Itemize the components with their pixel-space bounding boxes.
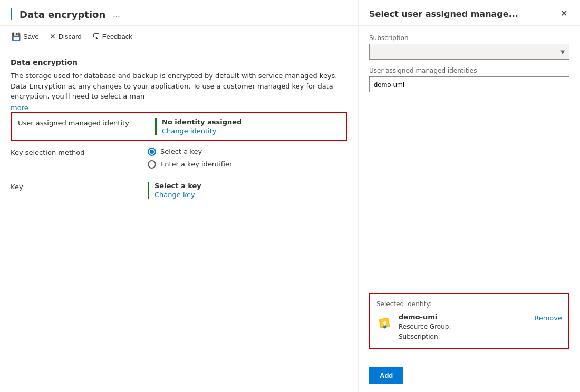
identity-search-input[interactable]: [374, 81, 565, 89]
change-key-link[interactable]: Change key: [154, 191, 347, 199]
radio-group: Select a key Enter a key identifier: [148, 148, 347, 169]
subscription-meta-label: Subscription:: [399, 333, 440, 340]
spacer: [369, 100, 569, 286]
change-identity-link[interactable]: Change identity: [162, 127, 340, 135]
selected-identity-title: Selected identity:: [376, 300, 562, 308]
remove-identity-link[interactable]: Remove: [534, 314, 562, 322]
subscription-field: Subscription ▼: [369, 34, 569, 60]
panel-content: Subscription ▼ User assigned managed ide…: [359, 26, 580, 358]
section-title: Data encryption: [11, 58, 347, 66]
radio-circle-unselected: [148, 160, 156, 169]
key-selection-label: Key selection method: [11, 148, 148, 156]
selected-identity-box: Selected identity: de: [369, 293, 569, 349]
identity-icon: [376, 314, 393, 331]
identity-field-label: User assigned managed identity: [18, 118, 155, 127]
left-panel: Data encryption ... 💾 Save ✕ Discard 🗨 F…: [0, 0, 359, 392]
discard-button[interactable]: ✕ Discard: [49, 30, 83, 43]
identity-row: User assigned managed identity No identi…: [11, 112, 347, 141]
title-accent-bar: [11, 8, 12, 20]
identity-card: demo-umi Resource Group: Subscription: R…: [376, 313, 562, 342]
key-field-value: Select a key Change key: [148, 182, 347, 199]
feedback-button[interactable]: 🗨 Feedback: [91, 30, 133, 43]
page-title: Data encryption: [20, 9, 105, 20]
section-description: The storage used for database and backup…: [11, 71, 347, 102]
no-identity-text: No identity assigned: [162, 118, 241, 126]
key-selection-row: Key selection method Select a key Enter …: [11, 141, 347, 175]
content-area: Data encryption The storage used for dat…: [0, 47, 358, 392]
identity-details: demo-umi Resource Group: Subscription:: [399, 313, 529, 342]
radio-label-enter-identifier: Enter a key identifier: [160, 160, 232, 168]
page-header: Data encryption ...: [0, 0, 358, 26]
identity-field-value: No identity assigned Change identity: [155, 118, 340, 135]
key-field-label: Key: [11, 182, 148, 191]
discard-icon: ✕: [50, 32, 56, 41]
key-value-text: Select a key: [154, 182, 201, 190]
identity-search-input-box[interactable]: [369, 76, 569, 92]
svg-rect-4: [384, 324, 385, 326]
right-panel: Select user assigned manage... ✕ Subscri…: [359, 0, 580, 392]
subscription-label: Subscription: [369, 34, 569, 42]
save-button[interactable]: 💾 Save: [11, 30, 40, 43]
identity-name: demo-umi: [399, 313, 529, 321]
resource-group-label: Resource Group:: [399, 323, 451, 330]
panel-footer: Add: [359, 358, 580, 392]
learn-more-link[interactable]: more: [11, 104, 28, 112]
radio-label-select-key: Select a key: [160, 148, 202, 155]
close-panel-button[interactable]: ✕: [558, 8, 569, 19]
key-row: Key Select a key Change key: [11, 175, 347, 205]
chevron-down-icon: ▼: [560, 49, 565, 55]
feedback-icon: 🗨: [92, 32, 100, 41]
identities-field: User assigned managed identities: [369, 67, 569, 92]
panel-title: Select user assigned manage...: [369, 9, 518, 19]
toolbar: 💾 Save ✕ Discard 🗨 Feedback: [0, 26, 358, 47]
add-button[interactable]: Add: [369, 367, 403, 384]
key-selection-value: Select a key Enter a key identifier: [148, 148, 347, 169]
ellipsis-button[interactable]: ...: [110, 8, 123, 20]
radio-circle-selected: [148, 148, 156, 156]
identities-label: User assigned managed identities: [369, 67, 569, 74]
radio-enter-identifier[interactable]: Enter a key identifier: [148, 160, 347, 169]
subscription-select[interactable]: ▼: [369, 44, 569, 60]
radio-select-key[interactable]: Select a key: [148, 148, 347, 156]
identity-meta: Resource Group: Subscription:: [399, 322, 529, 342]
save-icon: 💾: [12, 32, 21, 41]
page-title-bar: Data encryption ...: [11, 8, 123, 20]
panel-header: Select user assigned manage... ✕: [359, 0, 580, 26]
